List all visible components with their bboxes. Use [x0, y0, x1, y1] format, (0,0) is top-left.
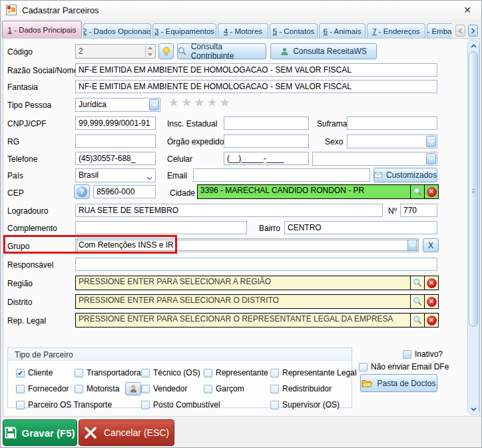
responsavel-label: Responsável: [7, 260, 53, 270]
scroll-up-button[interactable]: [469, 41, 478, 51]
codigo-spinner[interactable]: 2: [75, 44, 156, 59]
spin-up-icon[interactable]: [146, 45, 154, 52]
fantasia-input[interactable]: [75, 80, 437, 93]
checkbox-motorista[interactable]: Motorista: [75, 382, 141, 395]
distrito-lookup[interactable]: PRESSIONE ENTER PARA SELECIONAR O DISTRI…: [75, 294, 439, 309]
checkbox-cliente[interactable]: ✔Cliente: [16, 368, 75, 377]
tab-equipamentos[interactable]: 3 - Equipamentos: [152, 23, 216, 38]
cidade-lookup[interactable]: 3396 - MARECHAL CANDIDO RONDON - PR ✕: [197, 184, 439, 199]
suframa-input[interactable]: [347, 116, 437, 130]
codigo-spin-buttons[interactable]: [145, 45, 154, 57]
checkbox-fornecedor[interactable]: Fornecedor: [16, 384, 75, 393]
chevron-down-icon[interactable]: [149, 99, 159, 111]
razao-social-input[interactable]: [75, 63, 437, 77]
telefone-input[interactable]: [75, 152, 156, 165]
search-icon: [178, 47, 187, 56]
pais-label: País: [7, 171, 23, 180]
tab-scroll-left-button[interactable]: [455, 25, 465, 37]
orgao-expedidor-label: Órgão expedidor: [167, 137, 226, 146]
rep-legal-clear-button[interactable]: ✕: [424, 314, 438, 327]
bairro-input[interactable]: [284, 221, 437, 234]
close-icon[interactable]: ✕: [460, 3, 475, 17]
checkbox-supervisor-os[interactable]: Supervisor (OS): [270, 400, 356, 409]
tab-motores[interactable]: 4 - Motores: [218, 23, 268, 38]
checkbox-redistribuidor[interactable]: Redistribuidor: [270, 384, 356, 393]
sexo-label: Sexo: [325, 137, 343, 146]
logradouro-label: Logradouro: [7, 206, 48, 216]
cancelar-button[interactable]: Cancelar (ESC): [79, 419, 174, 446]
cnpj-cpf-input[interactable]: [75, 116, 156, 130]
rep-legal-lookup[interactable]: PRESSIONE ENTER PARA SELECIONAR O REPRES…: [75, 313, 439, 328]
chevron-down-icon[interactable]: [407, 240, 417, 251]
consulta-receitaws-button[interactable]: Consulta ReceitaWS: [270, 43, 377, 59]
cep-search-button[interactable]: ?: [74, 184, 90, 199]
tab-dados-opcionais[interactable]: 2 - Dados Opcionais: [83, 23, 151, 38]
email-input[interactable]: [193, 168, 370, 182]
clear-x-icon: ✕: [427, 316, 437, 326]
rating-stars[interactable]: ★★★★★: [168, 95, 232, 110]
checkbox-icon: [141, 369, 150, 377]
checkbox-icon: [141, 401, 150, 409]
checkbox-icon: [75, 369, 83, 377]
cep-input[interactable]: [93, 185, 156, 198]
checkbox-representante-legal[interactable]: Representante Legal: [270, 368, 356, 377]
tab-animais[interactable]: 6 - Animais: [319, 23, 365, 38]
checkbox-nao-enviar-email-dfe[interactable]: Não enviar Email DFe: [359, 362, 449, 371]
tab-enderecos[interactable]: 7 - Endereços: [367, 23, 425, 38]
floppy-save-icon: [5, 427, 17, 439]
tab-dados-principais[interactable]: 1 - Dados Principais: [2, 21, 82, 38]
chevron-down-icon[interactable]: [146, 173, 152, 182]
checkbox-parceiro-os-transporte[interactable]: Parceiro OS Transporte: [16, 400, 141, 409]
cidade-clear-button[interactable]: ✕: [424, 185, 438, 198]
numero-label: Nº: [388, 206, 397, 216]
motorista-person-button[interactable]: [125, 382, 141, 395]
checkbox-icon: [75, 385, 83, 393]
consulta-contribuinte-button[interactable]: Consulta Contribuinte: [177, 43, 266, 59]
gravar-button[interactable]: Gravar (F5): [3, 419, 77, 446]
sexo-combo[interactable]: [347, 134, 437, 148]
tipo-pessoa-combo[interactable]: Jurídica: [75, 98, 160, 112]
regiao-search-button[interactable]: [410, 276, 424, 290]
complemento-input[interactable]: [75, 221, 247, 234]
insc-estadual-input[interactable]: [224, 116, 309, 130]
scrollbar-grip-icon: [472, 189, 475, 193]
logradouro-input[interactable]: [75, 204, 383, 217]
vertical-scrollbar[interactable]: [467, 39, 479, 415]
numero-input[interactable]: [400, 204, 437, 217]
rep-legal-search-button[interactable]: [410, 314, 424, 327]
pasta-de-doctos-button[interactable]: Pasta de Doctos: [360, 374, 437, 392]
pais-combo[interactable]: Brasil: [75, 168, 156, 182]
tab-scroll-right-button[interactable]: [468, 25, 478, 37]
chevron-left-icon: [458, 28, 463, 34]
tab-embarcacoes[interactable]: 8 - Embarcaç: [427, 23, 452, 38]
scrollbar-thumb[interactable]: [469, 51, 478, 327]
checkbox-posto-combustivel[interactable]: Posto Combustível: [141, 400, 270, 409]
chevron-down-icon[interactable]: [426, 153, 436, 164]
orgao-expedidor-input[interactable]: [224, 134, 309, 148]
dica-lightbulb-button[interactable]: [158, 43, 174, 59]
telefone-tipo-combo[interactable]: [312, 152, 437, 166]
responsavel-input[interactable]: [75, 258, 437, 271]
checkbox-inativo[interactable]: Inativo?: [403, 349, 443, 359]
grupo-clear-button[interactable]: X: [423, 238, 439, 252]
spin-down-icon[interactable]: [146, 52, 154, 58]
distrito-search-button[interactable]: [410, 295, 424, 308]
checkbox-garcom[interactable]: Garçom: [204, 384, 270, 393]
cidade-search-button[interactable]: [410, 185, 424, 198]
regiao-clear-button[interactable]: ✕: [424, 276, 438, 290]
distrito-clear-button[interactable]: ✕: [424, 295, 438, 308]
celular-input[interactable]: [224, 152, 309, 165]
customizados-button[interactable]: Customizados: [373, 168, 437, 182]
clear-x-icon: ✕: [427, 297, 437, 307]
complemento-label: Complemento: [7, 224, 57, 233]
checkbox-representante[interactable]: Representante: [204, 368, 270, 377]
rg-input[interactable]: [75, 134, 156, 148]
checkbox-transportadora[interactable]: Transportadora: [75, 368, 141, 377]
chevron-down-icon[interactable]: [426, 136, 436, 147]
grupo-combo[interactable]: Com Retenções INSS e IR: [75, 238, 419, 252]
tab-contatos[interactable]: 5 - Contatos: [270, 23, 318, 38]
checkbox-tecnico-os[interactable]: Técnico (OS): [141, 368, 204, 377]
scroll-down-button[interactable]: [469, 404, 478, 414]
regiao-lookup[interactable]: PRESSIONE ENTER PARA SELECIONAR A REGIÃO…: [75, 276, 439, 290]
checkbox-vendedor[interactable]: Vendedor: [141, 384, 204, 393]
